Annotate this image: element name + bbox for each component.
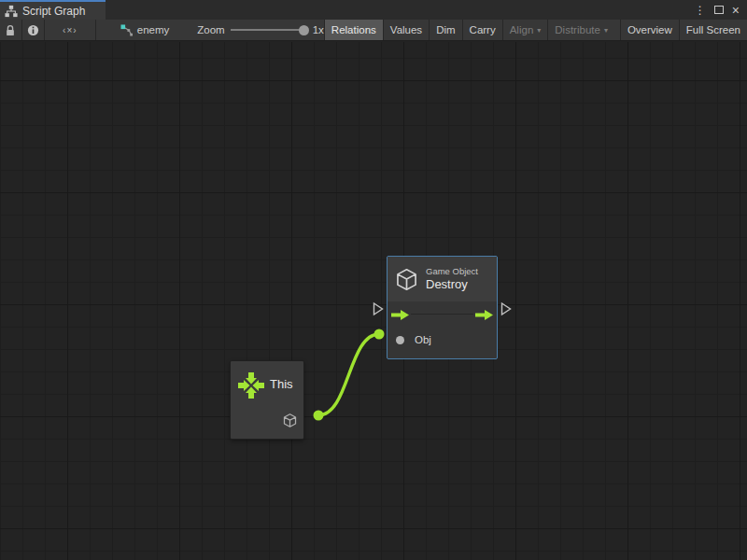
obj-port-label: Obj [415, 334, 431, 345]
align-dropdown[interactable]: Align ▾ [502, 20, 548, 40]
zoom-slider[interactable] [231, 29, 307, 31]
overview-button[interactable]: Overview [620, 20, 679, 40]
zoom-label: Zoom [197, 24, 224, 35]
node-destroy[interactable]: Game Object Destroy Obj [387, 256, 498, 359]
control-input-arrow-icon[interactable] [391, 310, 409, 320]
node-category: Game Object [426, 266, 478, 277]
chevron-down-icon: ▾ [604, 26, 608, 35]
tab-title: Script Graph [22, 5, 85, 18]
graph-asset-name: enemy [137, 24, 170, 35]
zoom-value: 1x [313, 24, 324, 35]
trigger-row [388, 301, 497, 328]
node-title: This [270, 377, 293, 391]
graph-asset-reference[interactable]: enemy [120, 20, 170, 40]
dim-button[interactable]: Dim [429, 20, 461, 40]
node-this[interactable]: This [230, 360, 304, 440]
window-controls: ⋮ × [695, 0, 747, 20]
external-input-triangle[interactable] [373, 301, 384, 316]
graph-asset-icon [120, 24, 133, 36]
relations-button[interactable]: Relations [324, 20, 383, 40]
script-graph-window: Script Graph ⋮ × ‹×› [0, 0, 747, 560]
node-title: Destroy [426, 277, 478, 292]
game-object-output-port-icon[interactable] [282, 413, 298, 428]
external-output-triangle[interactable] [500, 301, 512, 316]
graph-hierarchy-icon [5, 5, 18, 18]
zoom-control: Zoom 1x [197, 20, 324, 40]
obj-port-row: Obj [388, 328, 497, 352]
this-self-icon [237, 371, 265, 399]
code-view-button[interactable]: ‹×› [45, 20, 96, 40]
relation-line [411, 314, 473, 315]
zoom-slider-knob[interactable] [299, 25, 309, 35]
game-object-cube-icon [394, 267, 419, 292]
maximize-icon[interactable] [714, 6, 724, 14]
full-screen-button[interactable]: Full Screen [679, 20, 747, 40]
lock-icon [5, 24, 16, 36]
control-output-arrow-icon[interactable] [475, 310, 493, 320]
lock-button[interactable] [0, 20, 22, 40]
distribute-dropdown[interactable]: Distribute ▾ [547, 20, 614, 40]
node-destroy-header[interactable]: Game Object Destroy [388, 257, 497, 301]
toolbar: ‹×› enemy Zoom 1x Relations Values Dim C… [0, 20, 747, 41]
graph-canvas[interactable]: Game Object Destroy Obj [0, 42, 747, 560]
tab-script-graph[interactable]: Script Graph [0, 0, 106, 20]
close-icon[interactable]: × [732, 4, 740, 17]
carry-button[interactable]: Carry [462, 20, 502, 40]
obj-input-port[interactable] [396, 336, 404, 344]
titlebar: Script Graph ⋮ × [0, 0, 747, 20]
chevron-down-icon: ▾ [537, 26, 541, 35]
window-menu-icon[interactable]: ⋮ [695, 4, 706, 17]
toolbar-buttons: Relations Values Dim Carry Align ▾ Distr… [324, 20, 747, 40]
values-button[interactable]: Values [383, 20, 429, 40]
info-button[interactable] [22, 20, 45, 40]
info-icon [27, 24, 39, 36]
